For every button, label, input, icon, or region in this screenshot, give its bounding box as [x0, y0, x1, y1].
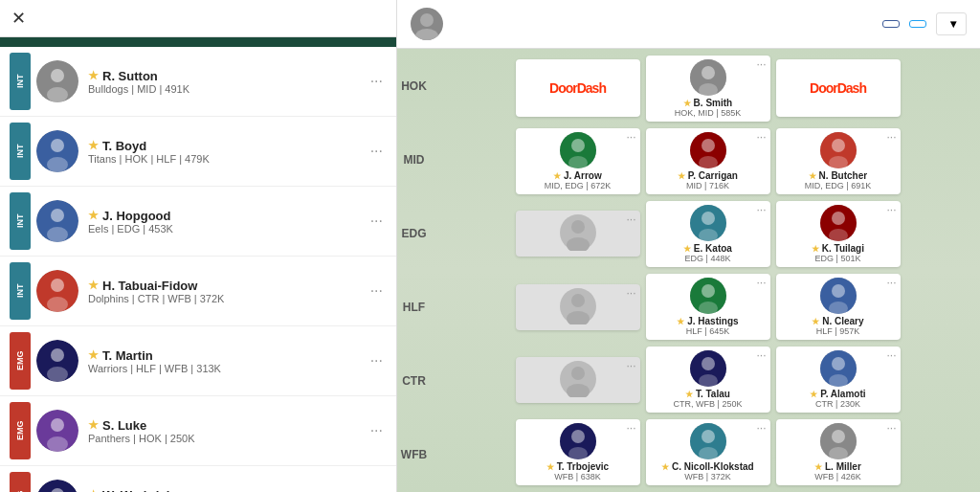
player-field-detail: MID | 716K [686, 181, 729, 190]
player-field-card[interactable]: ··· ★ T. Talau CTR, WFB | 250K [646, 347, 770, 413]
right-panel: ▾ DoorDash ··· ★ B. Smith HOK, MID | 585… [397, 0, 980, 492]
card-dots-menu[interactable]: ··· [626, 286, 635, 300]
card-dots-menu[interactable]: ··· [756, 276, 766, 289]
player-field-card[interactable]: ··· ★ N. Butcher MID, EDG | 691K [776, 128, 901, 194]
svg-point-7 [51, 209, 64, 222]
dots-menu[interactable]: ··· [367, 352, 387, 369]
empty-player-card[interactable]: ··· [516, 211, 640, 257]
player-row: INT ★ H. Tabuai-Fidow Dolphins | CTR | W… [0, 257, 396, 326]
player-avatar-field [820, 132, 857, 168]
twitter-button[interactable] [909, 20, 926, 28]
close-icon[interactable]: ✕ [11, 8, 26, 29]
card-dots-menu[interactable]: ··· [756, 421, 766, 435]
dots-menu[interactable]: ··· [367, 73, 387, 90]
svg-point-13 [51, 348, 64, 362]
svg-point-17 [47, 436, 68, 452]
card-dots-menu[interactable]: ··· [886, 130, 896, 144]
player-badge: INT [10, 53, 31, 110]
card-dots-menu[interactable]: ··· [886, 203, 896, 216]
player-field-detail: HLF | 957K [816, 326, 859, 336]
player-detail: Bulldogs | MID | 491K [88, 83, 367, 95]
svg-point-1 [51, 69, 64, 82]
dots-menu[interactable]: ··· [367, 143, 387, 160]
svg-point-66 [702, 430, 715, 443]
player-field-card[interactable]: ··· ★ J. Hastings HLF | 645K [646, 274, 770, 340]
player-field-card[interactable]: ··· ★ N. Cleary HLF | 957K [776, 274, 901, 340]
svg-point-2 [47, 87, 68, 102]
player-field-name: ★ E. Katoa [683, 243, 732, 254]
card-dots-menu[interactable]: ··· [886, 276, 896, 289]
field-star-icon: ★ [661, 462, 669, 472]
player-avatar-field [560, 423, 596, 459]
player-badge: INT [10, 123, 31, 180]
player-info: ★ T. Martin Warriors | HLF | WFB | 313K [88, 348, 367, 374]
price-dropdown[interactable]: ▾ [936, 12, 967, 35]
svg-point-33 [702, 139, 715, 152]
player-field-card[interactable]: ··· ★ J. Arrow MID, EDG | 672K [516, 128, 640, 194]
player-name: ★ S. Luke [88, 418, 367, 433]
player-avatar-field [820, 278, 857, 314]
svg-point-38 [571, 220, 585, 234]
field-area: DoorDash ··· ★ B. Smith HOK, MID | 585K … [397, 49, 980, 492]
empty-player-card[interactable]: ··· [516, 284, 640, 330]
svg-point-47 [567, 311, 590, 324]
svg-point-25 [415, 29, 438, 40]
svg-point-5 [47, 157, 68, 172]
player-field-name: ★ K. Tuilagi [812, 243, 864, 254]
dots-menu[interactable]: ··· [367, 422, 387, 439]
field-row: DoorDash ··· ★ B. Smith HOK, MID | 585K … [440, 54, 975, 123]
dots-menu[interactable]: ··· [367, 212, 387, 230]
card-dots-menu[interactable]: ··· [626, 212, 635, 226]
card-dots-menu[interactable]: ··· [626, 359, 635, 372]
card-dots-menu[interactable]: ··· [886, 348, 896, 362]
player-column-header [0, 37, 396, 47]
dots-menu[interactable]: ··· [367, 282, 387, 300]
player-field-card[interactable]: ··· ★ E. Katoa EDG | 448K [646, 201, 770, 267]
left-panel: ✕ INT ★ R. Sutton Bulldogs | MID | 491K … [0, 0, 397, 492]
empty-player-card[interactable]: ··· [516, 357, 640, 403]
svg-point-44 [832, 212, 845, 225]
field-star-icon: ★ [546, 462, 554, 472]
player-row: INT ★ J. Hopgood Eels | EDG | 453K ··· [0, 187, 396, 257]
svg-point-63 [571, 430, 585, 443]
player-avatar [36, 200, 78, 242]
field-star-icon: ★ [678, 171, 685, 181]
player-field-card[interactable]: ··· ★ T. Trbojevic WFB | 638K [516, 419, 640, 485]
player-name: ★ H. Tabuai-Fidow [88, 279, 367, 293]
card-dots-menu[interactable]: ··· [626, 130, 635, 144]
player-row: EMG ★ T. Martin Warriors | HLF | WFB | 3… [0, 326, 396, 396]
player-field-detail: HLF | 645K [686, 326, 729, 336]
card-dots-menu[interactable]: ··· [756, 130, 766, 144]
card-dots-menu[interactable]: ··· [756, 203, 766, 216]
star-icon: ★ [88, 279, 99, 292]
player-silhouette [560, 288, 596, 324]
player-field-card[interactable]: ··· ★ L. Miller WFB | 426K [776, 419, 901, 485]
player-info: ★ T. Boyd Titans | HOK | HLF | 479K [88, 139, 367, 165]
player-field-card[interactable]: ··· ★ P. Carrigan MID | 716K [646, 128, 770, 194]
player-avatar-field [820, 205, 857, 241]
user-avatar [411, 8, 443, 40]
card-dots-menu[interactable]: ··· [756, 348, 766, 362]
svg-point-24 [420, 13, 434, 27]
card-dots-menu[interactable]: ··· [756, 57, 766, 71]
player-avatar [36, 130, 78, 172]
player-avatar [36, 340, 78, 382]
star-icon: ★ [88, 348, 99, 362]
player-field-name: ★ P. Alamoti [810, 389, 865, 399]
position-label: WFB [397, 448, 431, 461]
player-field-card[interactable]: ··· ★ K. Tuilagi EDG | 501K [776, 201, 901, 267]
card-dots-menu[interactable]: ··· [886, 421, 896, 435]
position-label: HOK [397, 79, 431, 93]
player-field-name: ★ T. Trbojevic [546, 461, 609, 472]
player-field-name: ★ B. Smith [683, 98, 732, 108]
player-field-card[interactable]: ··· ★ P. Alamoti CTR | 230K [776, 347, 901, 413]
doordash-ad: DoorDash [776, 59, 901, 117]
player-info: ★ S. Luke Panthers | HOK | 250K [88, 418, 367, 444]
player-row: INT ★ T. Boyd Titans | HOK | HLF | 479K … [0, 117, 396, 187]
player-field-card[interactable]: ··· ★ B. Smith HOK, MID | 585K [646, 56, 770, 122]
card-dots-menu[interactable]: ··· [626, 421, 635, 435]
facebook-button[interactable] [882, 20, 900, 28]
field-star-icon: ★ [677, 317, 684, 326]
player-field-card[interactable]: ··· ★ C. Nicoll-Klokstad WFB | 372K [646, 419, 770, 485]
player-avatar [36, 270, 78, 312]
